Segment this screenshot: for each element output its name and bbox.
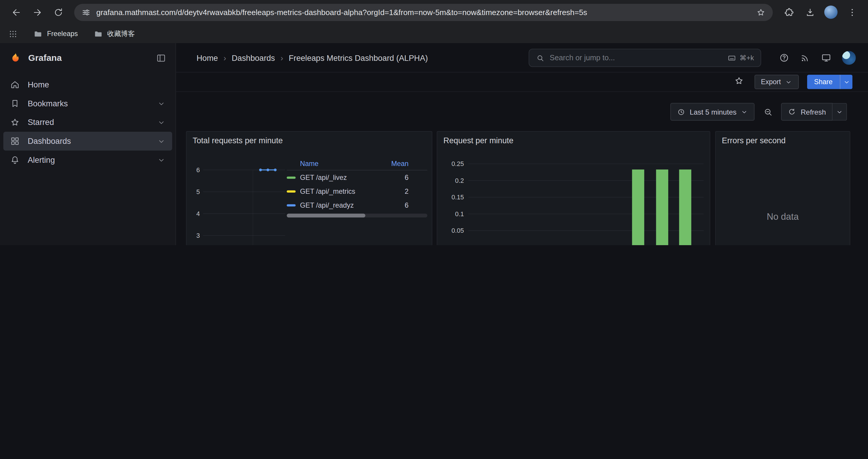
breadcrumb: Home › Dashboards › Freeleaps Metrics Da… (196, 43, 428, 72)
header-icons (779, 43, 856, 72)
legend-series-name[interactable]: GET /api/_livez (300, 173, 378, 181)
folder-icon (93, 29, 103, 38)
reload-icon[interactable] (50, 4, 66, 21)
svg-text:3: 3 (196, 232, 200, 239)
star-icon (10, 117, 20, 127)
svg-text:0.2: 0.2 (455, 177, 464, 184)
legend-table: NameMeanGET /api/_livez6GET /api/_metric… (287, 157, 428, 212)
svg-text:0: 0 (460, 244, 464, 245)
user-avatar[interactable] (842, 51, 856, 65)
legend-value: 2 (378, 187, 409, 195)
help-icon[interactable] (779, 53, 789, 63)
sidebar-item-home[interactable]: Home (3, 75, 172, 94)
avatar (824, 6, 838, 19)
main-area: Home › Dashboards › Freeleaps Metrics Da… (176, 43, 868, 245)
bookmark-star-icon[interactable] (756, 7, 766, 17)
grafana-app: Grafana HomeBookmarksStarredDashboardsAl… (0, 43, 868, 245)
time-range-label: Last 5 minutes (689, 107, 736, 116)
chevron-down-icon[interactable] (157, 118, 165, 126)
chevron-down-icon[interactable] (157, 156, 165, 164)
back-icon[interactable] (8, 4, 24, 21)
browser-chrome: grafana.mathmast.com/d/deytv4rwavabkb/fr… (0, 0, 868, 43)
svg-text:0.25: 0.25 (452, 160, 464, 167)
chevron-down-icon[interactable] (157, 99, 165, 107)
bookmarks-bar: Freeleaps 收藏博客 (0, 24, 868, 43)
timeseries-chart[interactable]: 6543217:40 (186, 148, 286, 245)
search-bar[interactable]: ⌘+k (529, 49, 761, 67)
panel-title[interactable]: Total requests per minute (193, 136, 283, 145)
sidebar-item-bookmarks[interactable]: Bookmarks (3, 94, 172, 113)
refresh-button[interactable]: Refresh (781, 103, 833, 121)
url-bar[interactable]: grafana.mathmast.com/d/deytv4rwavabkb/fr… (74, 4, 773, 21)
apps-grid-icon[interactable] (8, 29, 18, 38)
sidebar-item-label: Dashboards (28, 137, 71, 145)
panel-title[interactable]: Errors per second (722, 136, 785, 145)
bar-chart[interactable]: 0.250.20.150.10.05017:37:0017:38:0017:39… (437, 148, 707, 245)
share-menu-caret[interactable] (840, 75, 852, 89)
sidebar-item-label: Home (28, 80, 49, 89)
monitor-icon[interactable] (821, 53, 832, 63)
brand-title: Grafana (28, 53, 62, 63)
sidebar-item-dashboards[interactable]: Dashboards (3, 132, 172, 151)
bookmark-item[interactable]: 收藏博客 (93, 29, 135, 38)
sidebar-header: Grafana (0, 43, 176, 72)
panel-errors-per-second: Errors per second No data (715, 131, 850, 245)
forward-icon[interactable] (29, 4, 45, 21)
breadcrumb-dashboards[interactable]: Dashboards (231, 54, 275, 62)
legend-scrollbar[interactable] (287, 214, 428, 218)
export-button[interactable]: Export (754, 75, 799, 89)
series-swatch-icon (287, 176, 296, 178)
svg-text:4: 4 (196, 210, 200, 218)
legend-value: 6 (378, 173, 409, 181)
bookmark-label: Freeleaps (47, 30, 78, 37)
favorite-star-icon[interactable] (734, 76, 746, 88)
bell-icon (10, 155, 20, 165)
breadcrumb-current: Freeleaps Metrics Dashboard (ALPHA) (289, 54, 428, 62)
legend-series-name[interactable]: GET /api/_metrics (300, 187, 378, 195)
chevron-down-icon (785, 78, 792, 85)
zoom-out-icon[interactable] (759, 103, 777, 121)
screen: grafana.mathmast.com/d/deytv4rwavabkb/fr… (0, 0, 868, 245)
legend-series-name[interactable]: GET /api/_readyz (300, 201, 378, 209)
series-swatch-icon (287, 204, 296, 206)
breadcrumb-home[interactable]: Home (196, 54, 218, 62)
sidebar-item-starred[interactable]: Starred (3, 113, 172, 132)
browser-menu-icon[interactable] (844, 4, 860, 21)
url-text[interactable]: grafana.mathmast.com/d/deytv4rwavabkb/fr… (96, 8, 751, 17)
legend-value: 6 (378, 201, 409, 209)
bookmark-item[interactable]: Freeleaps (33, 29, 78, 38)
panel-total-requests-per-minute: Total requests per minute 6543217:40 Nam… (186, 131, 433, 245)
panel-title[interactable]: Request per minute (443, 136, 514, 145)
dock-sidebar-icon[interactable] (156, 53, 166, 63)
svg-text:0.1: 0.1 (455, 210, 464, 218)
browser-toolbar: grafana.mathmast.com/d/deytv4rwavabkb/fr… (0, 0, 868, 24)
sidebar-item-alerting[interactable]: Alerting (3, 151, 172, 169)
legend-col-header[interactable]: Name (287, 160, 378, 167)
svg-text:0.15: 0.15 (452, 194, 464, 201)
share-button[interactable]: Share (807, 75, 840, 89)
panel-request-per-minute: Request per minute 0.250.20.150.10.05017… (437, 131, 710, 245)
profile-avatar[interactable] (823, 4, 839, 21)
extensions-icon[interactable] (780, 4, 797, 21)
keyboard-icon (727, 54, 736, 62)
search-input[interactable] (550, 54, 722, 62)
series-swatch-icon (287, 190, 296, 192)
site-settings-icon[interactable] (81, 7, 91, 17)
svg-text:0.05: 0.05 (452, 227, 464, 234)
grafana-logo-icon[interactable] (9, 52, 22, 64)
no-data-message: No data (716, 148, 850, 245)
sidebar: Grafana HomeBookmarksStarredDashboardsAl… (0, 43, 176, 245)
scrollbar-thumb[interactable] (287, 214, 366, 218)
legend-col-header[interactable]: Mean (378, 160, 409, 167)
bookmark-icon (10, 99, 20, 109)
bookmark-label: 收藏博客 (107, 29, 135, 38)
dashboard-actions: Export Share (176, 72, 868, 92)
news-rss-icon[interactable] (800, 53, 810, 63)
downloads-icon[interactable] (802, 4, 818, 21)
chevron-down-icon[interactable] (157, 137, 165, 145)
chevron-down-icon (741, 108, 748, 115)
apps-icon (10, 136, 20, 146)
time-range-picker[interactable]: Last 5 minutes (670, 103, 755, 121)
share-button-group: Share (807, 75, 852, 89)
refresh-interval-caret[interactable] (833, 103, 847, 121)
